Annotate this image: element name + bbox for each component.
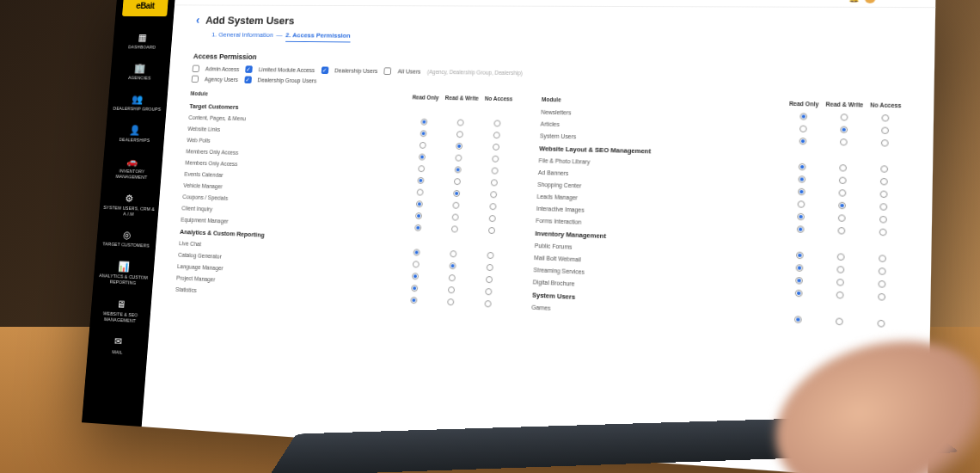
radio-no-access[interactable] — [489, 203, 496, 210]
bell-icon[interactable]: 🔔 — [848, 0, 859, 2]
radio-no-access[interactable] — [493, 132, 500, 138]
radio-read-only[interactable] — [799, 163, 806, 170]
radio-read-write[interactable] — [450, 250, 456, 257]
radio-read-only[interactable] — [796, 252, 804, 260]
radio-read-only[interactable] — [797, 213, 805, 221]
radio-read-write[interactable] — [449, 274, 456, 281]
radio-read-only[interactable] — [417, 189, 424, 196]
radio-read-write[interactable] — [841, 114, 848, 120]
radio-no-access[interactable] — [490, 191, 497, 198]
checkbox-agency-users[interactable] — [192, 76, 199, 83]
radio-read-only[interactable] — [798, 200, 805, 208]
radio-no-access[interactable] — [881, 139, 889, 147]
radio-no-access[interactable] — [488, 227, 495, 234]
radio-read-write[interactable] — [836, 292, 844, 299]
radio-read-write[interactable] — [839, 164, 847, 172]
radio-read-only[interactable] — [798, 175, 805, 183]
back-button[interactable]: ‹ — [196, 14, 200, 27]
radio-no-access[interactable] — [491, 168, 498, 175]
radio-read-only[interactable] — [414, 224, 421, 231]
radio-no-access[interactable] — [486, 276, 493, 283]
radio-read-only[interactable] — [799, 126, 807, 132]
radio-read-write[interactable] — [837, 253, 845, 261]
radio-read-only[interactable] — [797, 225, 805, 233]
sidebar-item-dealership-groups[interactable]: 👥DEALERSHIP GROUPS — [107, 87, 168, 119]
radio-read-only[interactable] — [794, 316, 802, 323]
radio-read-only[interactable] — [413, 261, 420, 267]
radio-no-access[interactable] — [880, 191, 888, 199]
radio-no-access[interactable] — [879, 229, 887, 236]
radio-read-write[interactable] — [448, 286, 455, 293]
radio-read-write[interactable] — [455, 155, 462, 162]
radio-read-only[interactable] — [795, 277, 803, 285]
radio-read-write[interactable] — [452, 213, 459, 220]
radio-no-access[interactable] — [877, 320, 885, 328]
sidebar-item-system-users-crm-a-i-m[interactable]: ⚙SYSTEM USERS, CRM & A.I.M — [98, 185, 160, 224]
step-access-permission[interactable]: 2. Access Permission — [285, 32, 351, 43]
radio-no-access[interactable] — [484, 300, 491, 307]
radio-read-write[interactable] — [451, 225, 458, 232]
radio-read-write[interactable] — [838, 202, 846, 210]
radio-read-only[interactable] — [410, 297, 417, 304]
sidebar-item-website-seo-management[interactable]: 🖥WEBSITE & SEO MANAGEMENT — [89, 291, 152, 331]
radio-no-access[interactable] — [880, 178, 888, 186]
checkbox-dealership-group-users[interactable] — [244, 77, 252, 84]
radio-read-only[interactable] — [417, 177, 424, 184]
radio-read-only[interactable] — [413, 249, 420, 255]
radio-read-write[interactable] — [840, 138, 848, 145]
radio-read-only[interactable] — [799, 113, 807, 120]
radio-read-write[interactable] — [449, 262, 456, 269]
radio-no-access[interactable] — [881, 127, 889, 134]
radio-read-write[interactable] — [839, 177, 847, 185]
radio-read-write[interactable] — [454, 178, 461, 185]
sidebar-item-agencies[interactable]: 🏢AGENCIES — [109, 56, 170, 88]
radio-read-write[interactable] — [447, 298, 454, 305]
user-avatar[interactable] — [864, 0, 875, 3]
radio-read-write[interactable] — [838, 189, 846, 197]
radio-read-only[interactable] — [798, 188, 805, 196]
sidebar-item-dashboard[interactable]: ▦DASHBOARD — [112, 26, 173, 57]
sidebar-item-analytics-custom-reporting[interactable]: 📊ANALYTICS & CUSTOM REPORTING — [93, 254, 155, 293]
sidebar-item-target-customers[interactable]: ◎TARGET CUSTOMERS — [95, 222, 157, 256]
radio-read-only[interactable] — [411, 285, 418, 292]
radio-read-only[interactable] — [420, 130, 427, 137]
radio-read-only[interactable] — [796, 264, 804, 272]
radio-no-access[interactable] — [879, 203, 887, 211]
radio-read-only[interactable] — [416, 200, 423, 207]
radio-read-only[interactable] — [412, 273, 419, 280]
sidebar-item-inventory-management[interactable]: 🚗INVENTORY MANAGEMENT — [101, 149, 163, 187]
radio-no-access[interactable] — [487, 252, 493, 259]
radio-read-write[interactable] — [840, 126, 848, 133]
radio-read-write[interactable] — [837, 227, 845, 235]
radio-read-only[interactable] — [418, 165, 425, 172]
radio-read-write[interactable] — [836, 317, 843, 325]
radio-read-write[interactable] — [456, 143, 462, 150]
radio-read-only[interactable] — [420, 142, 426, 149]
checkbox-limited-module-access[interactable] — [245, 65, 253, 73]
radio-no-access[interactable] — [487, 264, 493, 271]
radio-read-write[interactable] — [836, 279, 844, 286]
radio-no-access[interactable] — [881, 114, 889, 121]
radio-read-write[interactable] — [457, 120, 464, 126]
checkbox-admin-access[interactable] — [192, 65, 199, 72]
checkbox-all-users[interactable] — [384, 67, 392, 75]
radio-no-access[interactable] — [878, 293, 885, 301]
sidebar-item-dealerships[interactable]: 👤DEALERSHIPS — [104, 118, 165, 150]
radio-no-access[interactable] — [879, 267, 886, 275]
radio-read-only[interactable] — [420, 119, 427, 126]
radio-no-access[interactable] — [493, 144, 499, 150]
radio-read-write[interactable] — [836, 266, 844, 273]
checkbox-dealership-users[interactable] — [321, 66, 328, 74]
radio-read-only[interactable] — [419, 154, 426, 161]
radio-read-write[interactable] — [455, 166, 462, 173]
sidebar-item-mail[interactable]: ✉MAIL — [87, 328, 149, 363]
step-general-info[interactable]: 1. General Information — [211, 31, 273, 42]
radio-no-access[interactable] — [491, 179, 498, 186]
radio-read-only[interactable] — [799, 138, 807, 144]
radio-no-access[interactable] — [879, 216, 887, 224]
radio-no-access[interactable] — [492, 156, 499, 163]
radio-no-access[interactable] — [879, 255, 886, 262]
radio-no-access[interactable] — [878, 280, 885, 288]
radio-read-only[interactable] — [415, 212, 422, 219]
radio-read-write[interactable] — [456, 131, 463, 138]
